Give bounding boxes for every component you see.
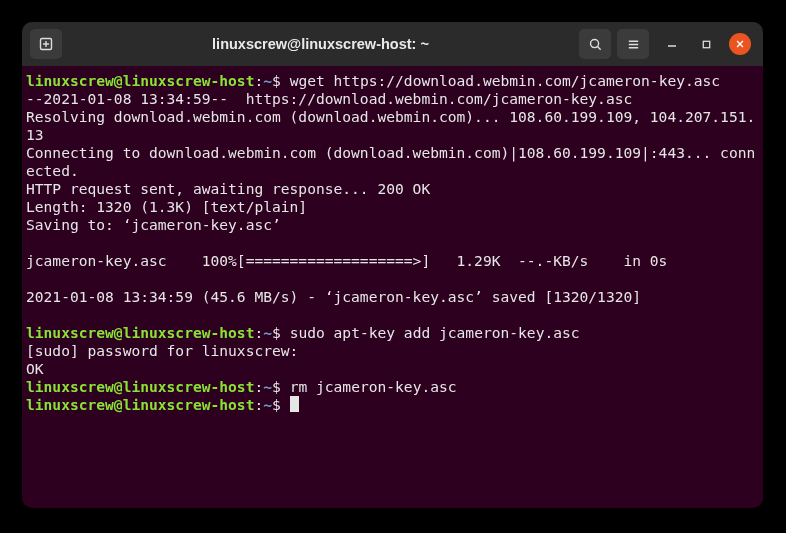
output-line: OK xyxy=(26,360,44,377)
svg-line-4 xyxy=(597,46,600,49)
output-line: [sudo] password for linuxscrew: xyxy=(26,342,298,359)
hamburger-icon xyxy=(626,37,641,52)
prompt-symbol: $ xyxy=(272,396,281,413)
titlebar: linuxscrew@linuxscrew-host: ~ xyxy=(22,22,763,66)
menu-button[interactable] xyxy=(617,29,649,59)
maximize-icon xyxy=(701,39,712,50)
terminal-window: linuxscrew@linuxscrew-host: ~ linuxscrew… xyxy=(22,22,763,508)
prompt-path: ~ xyxy=(263,396,272,413)
output-line: 2021-01-08 13:34:59 (45.6 MB/s) - ‘jcame… xyxy=(26,288,641,305)
close-icon xyxy=(735,39,745,49)
prompt-sep: : xyxy=(254,72,263,89)
cmd-empty xyxy=(281,396,290,413)
prompt-path: ~ xyxy=(263,72,272,89)
output-line: Resolving download.webmin.com (download.… xyxy=(26,108,755,143)
output-line: Saving to: ‘jcameron-key.asc’ xyxy=(26,216,281,233)
close-button[interactable] xyxy=(729,33,751,55)
prompt-symbol: $ xyxy=(272,378,281,395)
cmd-rm: rm jcameron-key.asc xyxy=(281,378,457,395)
output-line: Connecting to download.webmin.com (downl… xyxy=(26,144,755,179)
window-title: linuxscrew@linuxscrew-host: ~ xyxy=(68,36,573,52)
prompt-sep: : xyxy=(254,396,263,413)
prompt-sep: : xyxy=(254,378,263,395)
prompt-userhost: linuxscrew@linuxscrew-host xyxy=(26,378,254,395)
output-line: --2021-01-08 13:34:59-- https://download… xyxy=(26,90,632,107)
prompt-sep: : xyxy=(254,324,263,341)
search-button[interactable] xyxy=(579,29,611,59)
prompt-symbol: $ xyxy=(272,72,281,89)
prompt-path: ~ xyxy=(263,324,272,341)
output-line: Length: 1320 (1.3K) [text/plain] xyxy=(26,198,307,215)
svg-rect-9 xyxy=(703,41,709,47)
new-tab-button[interactable] xyxy=(30,29,62,59)
cmd-aptkey: sudo apt-key add jcameron-key.asc xyxy=(281,324,580,341)
maximize-button[interactable] xyxy=(695,33,717,55)
prompt-userhost: linuxscrew@linuxscrew-host xyxy=(26,396,254,413)
minimize-button[interactable] xyxy=(661,33,683,55)
window-controls xyxy=(661,33,751,55)
cursor xyxy=(290,396,299,412)
svg-point-3 xyxy=(590,39,598,47)
output-line: HTTP request sent, awaiting response... … xyxy=(26,180,430,197)
prompt-userhost: linuxscrew@linuxscrew-host xyxy=(26,324,254,341)
prompt-userhost: linuxscrew@linuxscrew-host xyxy=(26,72,254,89)
prompt-path: ~ xyxy=(263,378,272,395)
cmd-wget: wget https://download.webmin.com/jcamero… xyxy=(281,72,720,89)
minimize-icon xyxy=(666,38,678,50)
prompt-symbol: $ xyxy=(272,324,281,341)
search-icon xyxy=(588,37,603,52)
output-line: jcameron-key.asc 100%[==================… xyxy=(26,252,667,269)
terminal-body[interactable]: linuxscrew@linuxscrew-host:~$ wget https… xyxy=(22,66,763,418)
